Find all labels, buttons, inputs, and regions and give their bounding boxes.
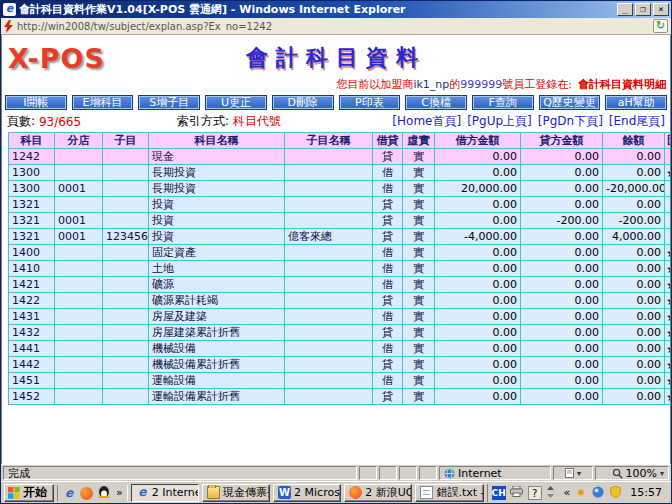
table-cell: 0.00	[435, 165, 521, 181]
status-bar: 完成 Internet ▾ 100% ▾	[1, 464, 671, 481]
zoom-level: 100%	[626, 467, 657, 480]
table-row[interactable]: 1300長期投資借實0.000.000.00★	[9, 165, 672, 181]
taskbar-button[interactable]: 現金傳票登錄	[202, 484, 270, 502]
table-row[interactable]: 1421礦源借實0.000.000.00★	[9, 277, 672, 293]
nav-link-pgdn[interactable]: [PgDn下頁]	[538, 113, 603, 130]
table-cell: 0.00	[603, 245, 665, 261]
close-button[interactable]: ×	[653, 3, 669, 16]
table-row[interactable]: 1321投資貸實0.000.000.00	[9, 197, 672, 213]
protected-mode-dropdown[interactable]: ▾	[553, 466, 593, 480]
tray-star-icon[interactable]: ✹	[574, 486, 588, 500]
input-method-indicator[interactable]: CH	[492, 486, 506, 500]
table-row[interactable]: 1410土地借實0.000.000.00★	[9, 261, 672, 277]
table-row[interactable]: 13210001123456投資億客來總貸實-4,000.000.004,000…	[9, 229, 672, 245]
ie-icon[interactable]: e	[62, 486, 76, 500]
table-cell: 0.00	[603, 293, 665, 309]
nav-link-home[interactable]: [Home首頁]	[392, 113, 461, 130]
table-cell: 實	[403, 325, 435, 341]
taskbar-button[interactable]: 2 新浪UC	[344, 484, 412, 502]
taskbar-clock[interactable]: 15:57	[628, 486, 664, 499]
table-cell: 投資	[149, 229, 285, 245]
table-cell	[55, 309, 103, 325]
restore-button[interactable]: ❐	[635, 3, 651, 16]
quick-launch: e »	[57, 485, 128, 501]
tray-collapse-chevron[interactable]: «	[564, 486, 571, 499]
table-row[interactable]: 1432房屋建築累計折舊貸實0.000.000.00★	[9, 325, 672, 341]
accounts-table: 科目分店子目科目名稱子目名稱借貸虛實借方金額貸方金額餘額固 1242現金貸實0.…	[8, 132, 671, 405]
word-icon: W	[278, 486, 291, 499]
table-cell	[103, 357, 149, 373]
table-cell: 1422	[9, 293, 55, 309]
toolbar-button-history[interactable]: Q歷史變更	[539, 95, 601, 110]
nav-link-pgup[interactable]: [PgUp上頁]	[467, 113, 532, 130]
title-bar: e 會計科目資料作業V1.04[X-POS 雲通網] - Windows Int…	[1, 1, 671, 18]
taskbar-button[interactable]: W2 Microsof...	[273, 484, 341, 502]
status-cell	[359, 466, 377, 480]
table-row[interactable]: 1422礦源累計耗竭貸實0.000.000.00★	[9, 293, 672, 309]
table-cell: 投資	[149, 213, 285, 229]
help-icon[interactable]: ?	[528, 486, 542, 500]
quick-launch-overflow-chevron[interactable]: »	[116, 486, 123, 499]
table-cell: 0.00	[435, 293, 521, 309]
table-cell: 實	[403, 197, 435, 213]
index-mode-label: 索引方式:	[177, 113, 229, 130]
messenger-icon[interactable]	[80, 486, 94, 500]
toolbar: I開帳E增科目S增子目U更正D刪除P印表C換檔F查詢Q歷史變更aH幫助	[2, 93, 670, 112]
tray-uc-icon[interactable]	[592, 486, 606, 500]
printer-icon[interactable]	[510, 486, 524, 500]
table-row[interactable]: 1431房屋及建築借實0.000.000.00★	[9, 309, 672, 325]
table-cell	[55, 389, 103, 405]
table-cell: 借	[373, 261, 403, 277]
login-part: 會計科目資料明細	[578, 78, 666, 91]
table-row[interactable]: 1442機械設備累計折舊貸實0.000.000.00★	[9, 357, 672, 373]
table-cell: 0.00	[521, 293, 603, 309]
table-cell: 0.00	[603, 165, 665, 181]
status-cell	[419, 466, 437, 480]
table-row[interactable]: 1400固定資產借實0.000.000.00★	[9, 245, 672, 261]
qq-icon[interactable]	[98, 486, 112, 500]
refresh-icon[interactable]: ↻	[653, 19, 668, 33]
table-cell: 土地	[149, 261, 285, 277]
minimize-button[interactable]: _	[617, 3, 633, 16]
table-row[interactable]: 1451運輸設備借實0.000.000.00★	[9, 373, 672, 389]
toolbar-button-add-subject[interactable]: E增科目	[72, 95, 134, 110]
table-cell	[55, 245, 103, 261]
taskbar-button[interactable]: e2 Internet...	[131, 484, 199, 502]
toolbar-button-query[interactable]: F查詢	[472, 95, 534, 110]
toolbar-button-switch-file[interactable]: C換檔	[405, 95, 467, 110]
table-cell: 長期投資	[149, 165, 285, 181]
table-header-row: 科目分店子目科目名稱子目名稱借貸虛實借方金額貸方金額餘額固	[9, 133, 672, 149]
url-text[interactable]: http://win2008/tw/subject/explan.asp?Ex_…	[17, 21, 649, 32]
toolbar-button-print[interactable]: P印表	[339, 95, 401, 110]
table-cell: 0.00	[603, 341, 665, 357]
table-row[interactable]: 1242現金貸實0.000.000.00	[9, 149, 672, 165]
taskbar-button[interactable]: 錯誤.txt - ...	[415, 484, 483, 502]
table-row[interactable]: 1441機械設備借實0.000.000.00★	[9, 341, 672, 357]
nav-link-end[interactable]: [End尾頁]	[609, 113, 665, 130]
table-cell: 0.00	[521, 357, 603, 373]
toolbar-button-delete[interactable]: D刪除	[272, 95, 334, 110]
table-cell: 億客來總	[285, 229, 373, 245]
table-cell: 貸	[373, 229, 403, 245]
toolbar-button-help[interactable]: aH幫助	[605, 95, 667, 110]
table-cell: 1400	[9, 245, 55, 261]
row-flag-star: ★	[665, 341, 672, 357]
zoom-control[interactable]: 100% ▾	[595, 466, 669, 480]
table-row[interactable]: 13000001長期投資借實20,000.000.00-20,000.00	[9, 181, 672, 197]
security-shield-icon[interactable]	[610, 486, 624, 500]
row-flag-star: ★	[665, 357, 672, 373]
table-row[interactable]: 13210001投資貸實0.00-200.00-200.00	[9, 213, 672, 229]
updown-arrows-icon[interactable]	[546, 486, 560, 500]
table-cell: 0001	[55, 229, 103, 245]
toolbar-button-update[interactable]: U更正	[205, 95, 267, 110]
table-cell: 4,000.00	[603, 229, 665, 245]
start-button[interactable]: 开始	[4, 484, 54, 502]
table-row[interactable]: 1452運輸設備累計折舊貸實0.000.000.00★	[9, 389, 672, 405]
toolbar-button-open-book[interactable]: I開帳	[5, 95, 67, 110]
table-cell: 1321	[9, 197, 55, 213]
table-cell	[285, 389, 373, 405]
toolbar-button-add-subitem[interactable]: S增子目	[138, 95, 200, 110]
table-cell: 實	[403, 277, 435, 293]
table-cell: 固定資產	[149, 245, 285, 261]
table-cell: 0.00	[603, 373, 665, 389]
